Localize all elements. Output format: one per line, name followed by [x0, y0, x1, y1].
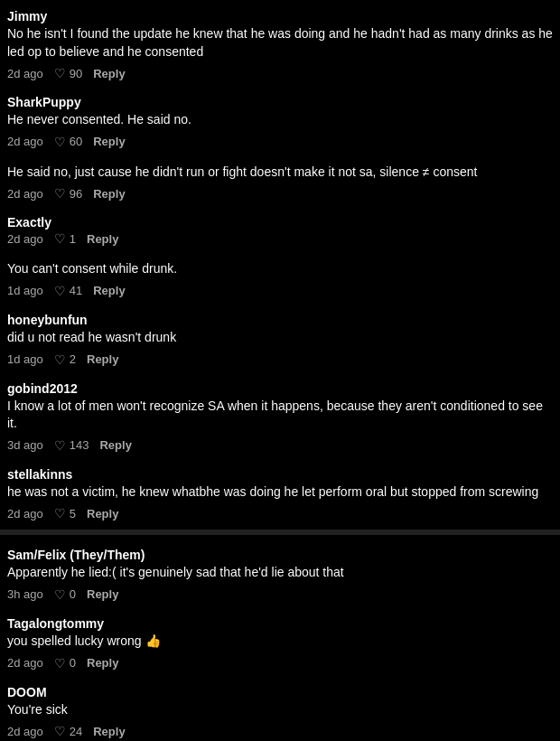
comment-meta: 1d ago ♡ 41 Reply — [7, 284, 553, 298]
comment-text: You can't consent while drunk. — [7, 260, 553, 278]
comment-meta: 2d ago ♡ 60 Reply — [7, 135, 553, 149]
heart-icon: ♡ — [54, 352, 66, 367]
reply-button[interactable]: Reply — [87, 587, 118, 601]
comment-text: you spelled lucky wrong 👍 — [7, 633, 553, 651]
comment-timestamp: 1d ago — [7, 284, 43, 297]
comment-timestamp: 2d ago — [7, 656, 43, 670]
comment-text: I know a lot of men won't recognize SA w… — [7, 398, 553, 433]
comment-meta: 2d ago ♡ 5 Reply — [7, 506, 553, 521]
comment-meta: 2d ago ♡ 90 Reply — [7, 66, 553, 80]
like-count: 1 — [70, 232, 76, 246]
like-area[interactable]: ♡ 90 — [54, 66, 82, 80]
comment-block: Exactly2d ago ♡ 1 Reply — [0, 206, 560, 251]
heart-icon: ♡ — [54, 284, 66, 298]
like-count: 60 — [70, 135, 82, 148]
comment-text: He said no, just cause he didn't run or … — [7, 164, 553, 182]
heart-icon: ♡ — [54, 135, 66, 149]
comment-username: gobind2012 — [7, 381, 553, 396]
comment-username: Tagalongtommy — [7, 616, 553, 631]
comment-timestamp: 3h ago — [7, 587, 43, 601]
reply-button[interactable]: Reply — [87, 232, 118, 246]
comment-section: JimmyNo he isn't I found the update he k… — [0, 0, 560, 741]
comment-timestamp: 2d ago — [7, 135, 43, 148]
reply-button[interactable]: Reply — [87, 507, 118, 521]
comment-timestamp: 2d ago — [7, 187, 43, 201]
comment-text: No he isn't I found the update he knew t… — [7, 25, 553, 61]
comment-block: gobind2012I know a lot of men won't reco… — [0, 372, 560, 458]
reply-button[interactable]: Reply — [99, 438, 131, 452]
comment-username: Jimmy — [7, 9, 553, 23]
like-area[interactable]: ♡ 2 — [54, 352, 76, 367]
comment-text: He never consented. He said no. — [7, 111, 553, 129]
comment-text: he was not a victim, he knew whatbhe was… — [7, 483, 553, 502]
like-count: 143 — [70, 438, 89, 452]
comment-block: He said no, just cause he didn't run or … — [0, 155, 560, 207]
heart-icon: ♡ — [54, 506, 66, 521]
comment-meta: 3d ago ♡ 143 Reply — [7, 438, 553, 453]
comment-username: DOOM — [7, 685, 553, 699]
reply-button[interactable]: Reply — [93, 284, 125, 297]
like-area[interactable]: ♡ 5 — [54, 506, 76, 521]
like-count: 0 — [70, 656, 76, 670]
comment-timestamp: 2d ago — [7, 507, 43, 521]
comment-username: Exactly — [7, 215, 553, 230]
like-count: 41 — [70, 284, 82, 297]
reply-button[interactable]: Reply — [87, 352, 118, 366]
like-count: 2 — [70, 352, 76, 366]
comment-block: DOOMYou're sick2d ago ♡ 24 Reply — [0, 676, 560, 741]
like-count: 5 — [70, 507, 76, 521]
heart-icon: ♡ — [54, 186, 66, 201]
comment-timestamp: 1d ago — [7, 352, 43, 366]
like-area[interactable]: ♡ 24 — [54, 724, 82, 738]
like-count: 24 — [70, 725, 82, 738]
comment-timestamp: 3d ago — [7, 438, 43, 452]
heart-icon: ♡ — [54, 587, 66, 602]
comment-text: did u not read he wasn't drunk — [7, 329, 553, 347]
comment-username: SharkPuppy — [7, 95, 553, 109]
comment-block: You can't consent while drunk.1d ago ♡ 4… — [0, 251, 560, 304]
like-area[interactable]: ♡ 0 — [54, 656, 76, 671]
comment-meta: 3h ago ♡ 0 Reply — [7, 587, 553, 602]
reply-button[interactable]: Reply — [93, 725, 125, 738]
comment-meta: 2d ago ♡ 96 Reply — [7, 186, 553, 201]
like-area[interactable]: ♡ 60 — [54, 135, 82, 149]
reply-button[interactable]: Reply — [87, 656, 118, 670]
comment-meta: 2d ago ♡ 24 Reply — [7, 724, 553, 738]
comment-meta: 1d ago ♡ 2 Reply — [7, 352, 553, 367]
like-count: 90 — [70, 67, 82, 80]
heart-icon: ♡ — [54, 66, 66, 80]
comment-block: JimmyNo he isn't I found the update he k… — [0, 0, 560, 86]
like-count: 96 — [70, 187, 82, 201]
comment-block: SharkPuppyHe never consented. He said no… — [0, 86, 560, 155]
reply-button[interactable]: Reply — [93, 187, 125, 201]
reply-button[interactable]: Reply — [93, 67, 125, 80]
like-area[interactable]: ♡ 96 — [54, 186, 82, 201]
like-area[interactable]: ♡ 143 — [54, 438, 89, 453]
like-area[interactable]: ♡ 1 — [54, 231, 76, 246]
section-divider — [0, 530, 560, 535]
comment-timestamp: 2d ago — [7, 67, 43, 80]
like-area[interactable]: ♡ 41 — [54, 284, 82, 298]
comment-block: honeybunfundid u not read he wasn't drun… — [0, 304, 560, 372]
reply-button[interactable]: Reply — [93, 135, 125, 148]
comment-text: Apparently he lied:( it's genuinely sad … — [7, 564, 553, 582]
comment-meta: 2d ago ♡ 0 Reply — [7, 656, 553, 671]
heart-icon: ♡ — [54, 724, 66, 738]
comment-timestamp: 2d ago — [7, 725, 43, 738]
heart-icon: ♡ — [54, 438, 66, 453]
comment-text: You're sick — [7, 701, 553, 719]
comment-timestamp: 2d ago — [7, 232, 43, 246]
like-count: 0 — [70, 587, 76, 601]
heart-icon: ♡ — [54, 231, 66, 246]
comment-username: Sam/Felix (They/Them) — [7, 548, 553, 562]
comment-block: Tagalongtommyyou spelled lucky wrong 👍2d… — [0, 607, 560, 676]
like-area[interactable]: ♡ 0 — [54, 587, 76, 602]
comment-username: honeybunfun — [7, 313, 553, 327]
comment-meta: 2d ago ♡ 1 Reply — [7, 231, 553, 246]
comment-block: Sam/Felix (They/Them)Apparently he lied:… — [0, 539, 560, 607]
comment-username: stellakinns — [7, 467, 553, 482]
heart-icon: ♡ — [54, 656, 66, 671]
comment-block: stellakinnshe was not a victim, he knew … — [0, 458, 560, 527]
